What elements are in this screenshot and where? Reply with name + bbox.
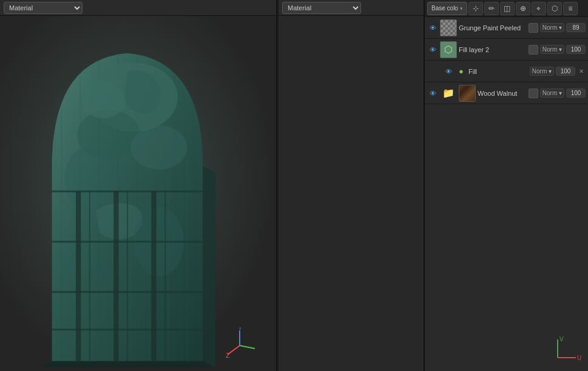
- viewport-middle-canvas[interactable]: U V: [279, 16, 424, 371]
- clone-tool-button[interactable]: ⊕: [516, 2, 530, 15]
- layer-mode-box: [529, 45, 538, 55]
- layer-row[interactable]: 👁 Grunge Paint Peeled Norm ▾ 89: [425, 17, 588, 39]
- layer-opacity[interactable]: 89: [566, 23, 586, 32]
- viewport-mode-select-middle[interactable]: Material Texture: [282, 2, 361, 14]
- erase-tool-button[interactable]: ◫: [500, 2, 515, 15]
- door-model: [24, 22, 231, 367]
- layer-row[interactable]: 👁 ● Fill Norm ▾ 100 ✕: [425, 61, 588, 82]
- base-color-chevron: ▾: [460, 5, 463, 12]
- viewport-left: Material Texture Wireframe: [0, 0, 277, 371]
- svg-rect-18: [151, 192, 156, 361]
- viewport-mode-select-left[interactable]: Material Texture Wireframe: [4, 2, 83, 14]
- layer-blend-mode[interactable]: Norm ▾: [530, 67, 554, 76]
- base-color-label: Base colo: [431, 5, 458, 12]
- more-tool-button[interactable]: ≡: [563, 2, 578, 15]
- layer-name: Grunge Paint Peeled: [459, 24, 527, 32]
- layer-visibility-toggle[interactable]: 👁: [443, 66, 454, 77]
- door-scene: Z Y: [0, 16, 276, 371]
- base-color-button[interactable]: Base colo ▾: [427, 2, 467, 15]
- smear-tool-button[interactable]: ⌖: [532, 2, 546, 15]
- layer-blend-mode[interactable]: Norm ▾: [540, 89, 564, 98]
- layer-name: Fill layer 2: [459, 46, 527, 53]
- right-panel: Base colo ▾ ⊹ ✏ ◫ ⊕ ⌖ ⬡ ≡ 👁 Grunge Paint…: [424, 0, 588, 371]
- axis-indicator-left: Z Y: [225, 327, 258, 359]
- svg-text:Z: Z: [226, 352, 230, 358]
- svg-text:Y: Y: [238, 327, 243, 331]
- layer-blend-mode[interactable]: Norm ▾: [540, 45, 564, 54]
- layer-thumbnail: [440, 19, 457, 36]
- layer-visibility-toggle[interactable]: 👁: [427, 88, 438, 99]
- paint-tool-button[interactable]: ✏: [484, 2, 499, 15]
- layer-visibility-toggle[interactable]: 👁: [427, 44, 438, 55]
- layer-close-button[interactable]: ✕: [577, 67, 586, 76]
- layer-blend-mode[interactable]: Norm ▾: [540, 23, 564, 32]
- viewport-middle: Material Texture U V: [279, 0, 424, 371]
- svg-line-21: [240, 346, 255, 349]
- svg-rect-16: [76, 192, 81, 361]
- layer-thumb-checker: [441, 20, 456, 36]
- layer-name: Wood Walnut: [478, 90, 527, 97]
- svg-point-6: [130, 125, 187, 170]
- fill-icon: ●: [456, 66, 467, 77]
- layer-row[interactable]: 👁 ⬡ Fill layer 2 Norm ▾ 100: [425, 39, 588, 61]
- layer-thumb-wood: [459, 85, 475, 101]
- layer-row[interactable]: 👁 📁 Wood Walnut Norm ▾ 100: [425, 82, 588, 104]
- bucket-tool-button[interactable]: ⬡: [547, 2, 562, 15]
- layer-visibility-toggle[interactable]: 👁: [427, 22, 438, 33]
- svg-rect-17: [113, 192, 118, 361]
- layer-opacity[interactable]: 100: [556, 67, 575, 76]
- layer-mode-box: [529, 89, 538, 98]
- viewport-panel-3d: Material Texture Wireframe: [0, 0, 276, 371]
- right-toolbar: Base colo ▾ ⊹ ✏ ◫ ⊕ ⌖ ⬡ ≡: [425, 0, 588, 17]
- layer-mode-box: [529, 23, 538, 33]
- viewport-header-middle: Material Texture: [279, 0, 424, 16]
- layer-opacity[interactable]: 100: [566, 89, 586, 98]
- svg-point-7: [64, 147, 109, 210]
- layer-list: 👁 Grunge Paint Peeled Norm ▾ 89 👁 ⬡ Fill…: [425, 17, 588, 371]
- layer-thumbnail: ⬡: [440, 41, 457, 58]
- viewport-canvas-left[interactable]: Z Y: [0, 16, 276, 371]
- viewport-header-left: Material Texture Wireframe: [0, 0, 276, 16]
- cursor-tool-button[interactable]: ⊹: [468, 2, 483, 15]
- layer-thumbnail: [459, 85, 476, 102]
- main-area: Material Texture Wireframe: [0, 0, 588, 371]
- layer-folder-icon: 📁: [440, 85, 457, 102]
- layer-name: Fill: [468, 68, 528, 75]
- layer-opacity[interactable]: 100: [566, 45, 586, 54]
